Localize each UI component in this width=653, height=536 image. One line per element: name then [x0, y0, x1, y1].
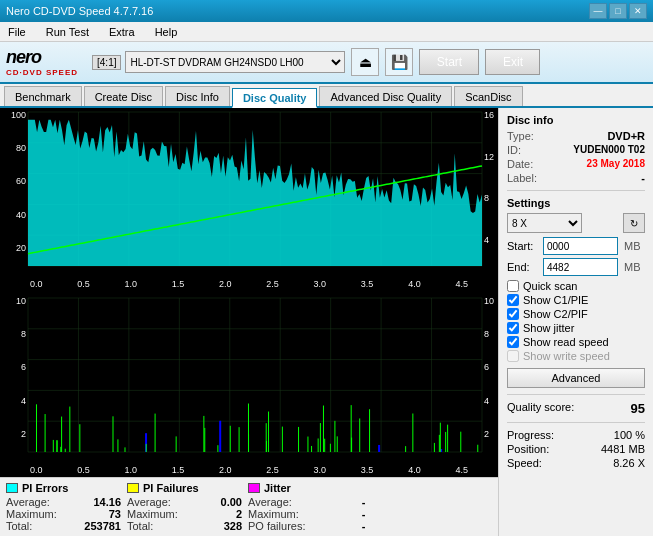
show-write-speed-row: Show write speed [507, 350, 645, 362]
top-chart-canvas [0, 108, 498, 278]
pi-errors-stats: PI Errors Average: 14.16 Maximum: 73 Tot… [6, 482, 121, 532]
show-jitter-row: Show jitter [507, 322, 645, 334]
nero-logo: nero CD·DVD SPEED [6, 47, 78, 77]
menu-file[interactable]: File [4, 24, 30, 40]
start-mb-input[interactable] [543, 237, 618, 255]
show-read-speed-checkbox[interactable] [507, 336, 519, 348]
show-write-speed-checkbox [507, 350, 519, 362]
y-axis-left-bottom: 10 8 6 4 2 [0, 294, 28, 464]
maximize-button[interactable]: □ [609, 3, 627, 19]
show-c2-pif-checkbox[interactable] [507, 308, 519, 320]
pi-errors-color [6, 483, 18, 493]
y-axis-left-top: 100 80 60 40 20 [0, 108, 28, 278]
disc-info-title: Disc info [507, 114, 645, 126]
advanced-button[interactable]: Advanced [507, 368, 645, 388]
divider-1 [507, 190, 645, 191]
right-panel: Disc info Type: DVD+R ID: YUDEN000 T02 D… [498, 108, 653, 536]
jitter-color [248, 483, 260, 493]
quick-scan-row: Quick scan [507, 280, 645, 292]
jitter-stats: Jitter Average: - Maximum: - PO failures… [248, 482, 365, 532]
pi-failures-color [127, 483, 139, 493]
titlebar-controls: — □ ✕ [589, 3, 647, 19]
chart-top: 100 80 60 40 20 16 12 8 4 [0, 108, 498, 278]
position-row: Position: 4481 MB [507, 443, 645, 455]
stats-area: PI Errors Average: 14.16 Maximum: 73 Tot… [0, 477, 498, 536]
nero-logo-sub: CD·DVD SPEED [6, 68, 78, 77]
end-mb-row: End: MB [507, 258, 645, 276]
settings-title: Settings [507, 197, 645, 209]
tab-create-disc[interactable]: Create Disc [84, 86, 163, 106]
tab-disc-info[interactable]: Disc Info [165, 86, 230, 106]
bottom-chart-canvas [0, 294, 498, 464]
titlebar: Nero CD-DVD Speed 4.7.7.16 — □ ✕ [0, 0, 653, 22]
chart-bottom: 10 8 6 4 2 10 8 6 4 2 [0, 294, 498, 464]
speed-label: [4:1] [92, 55, 121, 70]
start-button[interactable]: Start [419, 49, 479, 75]
speed-select[interactable]: 8 X [507, 213, 582, 233]
tab-advanced-disc-quality[interactable]: Advanced Disc Quality [319, 86, 452, 106]
disc-label-row: Label: - [507, 172, 645, 184]
show-jitter-checkbox[interactable] [507, 322, 519, 334]
menu-run-test[interactable]: Run Test [42, 24, 93, 40]
y-axis-right-bottom: 10 8 6 4 2 [482, 294, 498, 464]
save-button[interactable]: 💾 [385, 48, 413, 76]
main-content: 100 80 60 40 20 16 12 8 4 0.00.51.0 1.52… [0, 108, 653, 536]
disc-date-row: Date: 23 May 2018 [507, 158, 645, 170]
speed-settings-row: 8 X ↻ [507, 213, 645, 233]
end-mb-input[interactable] [543, 258, 618, 276]
speed-result-row: Speed: 8.26 X [507, 457, 645, 469]
tab-disc-quality[interactable]: Disc Quality [232, 88, 318, 108]
start-mb-row: Start: MB [507, 237, 645, 255]
chart-section: 100 80 60 40 20 16 12 8 4 0.00.51.0 1.52… [0, 108, 498, 536]
progress-row: Progress: 100 % [507, 429, 645, 441]
menu-help[interactable]: Help [151, 24, 182, 40]
tabs: Benchmark Create Disc Disc Info Disc Qua… [0, 84, 653, 108]
show-c1-pie-row: Show C1/PIE [507, 294, 645, 306]
show-c2-pif-row: Show C2/PIF [507, 308, 645, 320]
refresh-button[interactable]: ↻ [623, 213, 645, 233]
show-read-speed-row: Show read speed [507, 336, 645, 348]
disc-type-row: Type: DVD+R [507, 130, 645, 142]
quick-scan-checkbox[interactable] [507, 280, 519, 292]
divider-3 [507, 422, 645, 423]
show-c1-pie-checkbox[interactable] [507, 294, 519, 306]
quality-score-row: Quality score: 95 [507, 401, 645, 416]
divider-2 [507, 394, 645, 395]
x-axis-top: 0.00.51.0 1.52.02.5 3.03.54.0 4.5 [0, 278, 498, 291]
x-axis-bottom: 0.00.51.0 1.52.02.5 3.03.54.0 4.5 [0, 464, 498, 477]
app-title: Nero CD-DVD Speed 4.7.7.16 [6, 5, 153, 17]
toolbar: nero CD·DVD SPEED [4:1] HL-DT-ST DVDRAM … [0, 42, 653, 84]
drive-select[interactable]: HL-DT-ST DVDRAM GH24NSD0 LH00 [125, 51, 345, 73]
nero-logo-text: nero [6, 47, 41, 68]
tab-benchmark[interactable]: Benchmark [4, 86, 82, 106]
drive-select-container: [4:1] HL-DT-ST DVDRAM GH24NSD0 LH00 [92, 51, 345, 73]
eject-button[interactable]: ⏏ [351, 48, 379, 76]
exit-button[interactable]: Exit [485, 49, 540, 75]
menubar: File Run Test Extra Help [0, 22, 653, 42]
pi-failures-stats: PI Failures Average: 0.00 Maximum: 2 Tot… [127, 482, 242, 532]
y-axis-right-top: 16 12 8 4 [482, 108, 498, 278]
disc-id-row: ID: YUDEN000 T02 [507, 144, 645, 156]
tab-scan-disc[interactable]: ScanDisc [454, 86, 522, 106]
menu-extra[interactable]: Extra [105, 24, 139, 40]
minimize-button[interactable]: — [589, 3, 607, 19]
close-button[interactable]: ✕ [629, 3, 647, 19]
